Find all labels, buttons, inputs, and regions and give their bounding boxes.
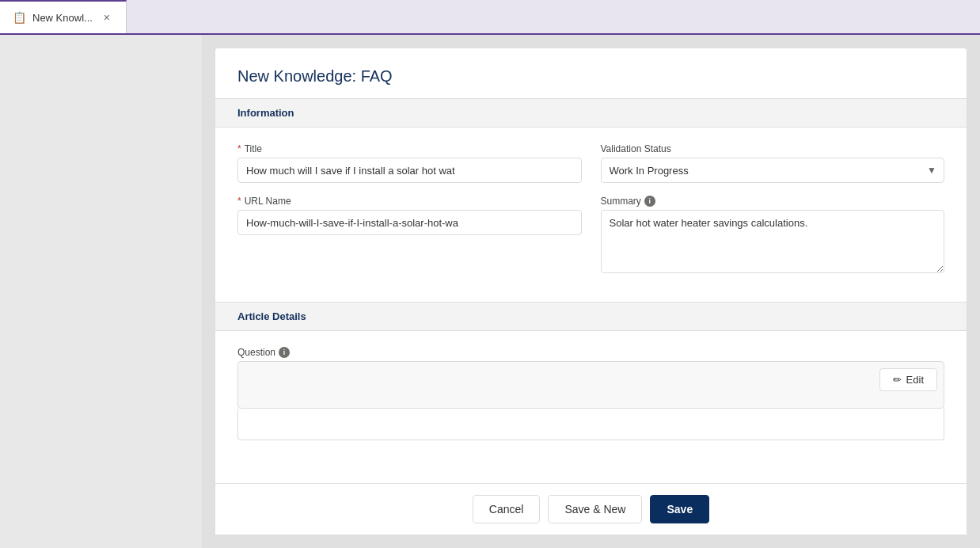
form-footer: Cancel Save & New Save xyxy=(215,483,967,535)
url-name-input[interactable] xyxy=(237,210,582,235)
url-name-group: * URL Name xyxy=(237,196,582,273)
information-section: Information * Title xyxy=(215,98,967,302)
form-card: New Knowledge: FAQ Information * Title xyxy=(215,48,967,535)
validation-status-select[interactable]: Draft Work In Progress Published Archive… xyxy=(601,158,945,183)
title-input[interactable] xyxy=(237,158,582,183)
summary-label: Summary i xyxy=(601,196,945,207)
article-details-section-title: Article Details xyxy=(215,302,967,331)
validation-status-wrapper: Draft Work In Progress Published Archive… xyxy=(601,158,945,183)
tab-label: New Knowl... xyxy=(32,12,93,24)
article-details-body: Question i ✏ Edit xyxy=(215,331,967,469)
information-row-2: * URL Name Summary i xyxy=(237,196,944,286)
question-label: Question i xyxy=(237,347,944,358)
information-section-title: Information xyxy=(215,98,967,127)
question-editor: ✏ Edit xyxy=(237,361,944,409)
edit-button[interactable]: ✏ Edit xyxy=(879,368,937,391)
article-details-section: Article Details Question i ✏ Edit xyxy=(215,302,967,469)
tab-new-knowledge[interactable]: 📋 New Knowl... × xyxy=(0,0,127,33)
question-bottom-section xyxy=(237,409,944,440)
summary-info-icon[interactable]: i xyxy=(644,196,655,207)
sidebar xyxy=(0,35,202,548)
summary-group: Summary i Solar hot water heater savings… xyxy=(601,196,945,273)
page-title: New Knowledge: FAQ xyxy=(215,48,967,98)
cancel-button[interactable]: Cancel xyxy=(473,495,541,523)
knowledge-icon: 📋 xyxy=(13,11,26,24)
question-group: Question i ✏ Edit xyxy=(237,347,944,440)
form-body: Information * Title xyxy=(215,98,967,483)
url-required-star: * xyxy=(237,196,241,207)
main-area: New Knowledge: FAQ Information * Title xyxy=(0,35,980,548)
information-row-1: * Title Validation Status xyxy=(237,143,944,196)
tab-bar: 📋 New Knowl... × xyxy=(0,0,980,35)
title-label: * Title xyxy=(237,143,582,154)
url-name-label: * URL Name xyxy=(237,196,582,207)
title-group: * Title xyxy=(237,143,582,183)
information-section-body: * Title Validation Status xyxy=(215,127,967,302)
save-button[interactable]: Save xyxy=(650,495,709,523)
validation-status-label: Validation Status xyxy=(601,143,945,154)
validation-status-group: Validation Status Draft Work In Progress… xyxy=(601,143,945,183)
content-area: New Knowledge: FAQ Information * Title xyxy=(202,35,980,548)
pencil-icon: ✏ xyxy=(893,374,902,386)
tab-close-button[interactable]: × xyxy=(101,10,113,25)
summary-textarea[interactable]: Solar hot water heater savings calculati… xyxy=(601,210,945,273)
save-new-button[interactable]: Save & New xyxy=(548,495,642,523)
title-required-star: * xyxy=(237,143,241,154)
question-info-icon[interactable]: i xyxy=(279,347,290,358)
